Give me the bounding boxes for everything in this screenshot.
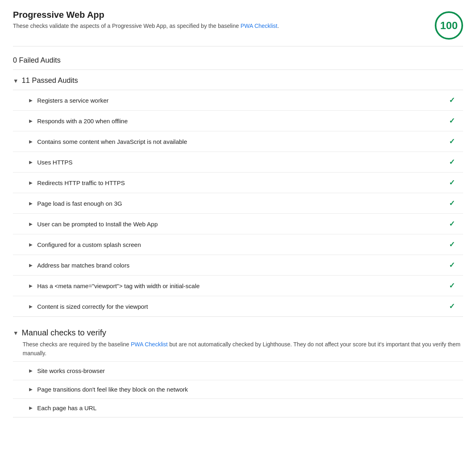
failed-audits-section: 0 Failed Audits — [13, 51, 463, 70]
passed-audits-section: ▼ 11 Passed Audits ▶ Registers a service… — [13, 72, 463, 317]
audit-arrow-icon: ▶ — [29, 98, 32, 103]
manual-item-each-page-url[interactable]: ▶ Each page has a URL — [13, 398, 463, 417]
manual-item-cross-browser[interactable]: ▶ Site works cross-browser — [13, 361, 463, 380]
audit-item-splash-screen[interactable]: ▶ Configured for a custom splash screen … — [13, 234, 463, 255]
manual-checks-toggle-icon: ▼ — [13, 330, 19, 336]
audit-item-fast-3g[interactable]: ▶ Page load is fast enough on 3G ✓ — [13, 193, 463, 214]
pwa-checklist-link-manual[interactable]: PWA Checklist — [131, 341, 168, 348]
audit-checkmark: ✓ — [449, 219, 455, 228]
audit-item-label: Responds with a 200 when offline — [37, 118, 128, 124]
audit-item-label: Configured for a custom splash screen — [37, 241, 141, 248]
audit-checkmark: ✓ — [449, 137, 455, 146]
score-value: 100 — [440, 19, 457, 32]
audit-item-label: Redirects HTTP traffic to HTTPS — [37, 179, 125, 186]
audit-checkmark: ✓ — [449, 96, 455, 105]
audit-arrow-icon: ▶ — [29, 283, 32, 289]
audit-arrow-icon: ▶ — [29, 201, 32, 206]
audit-item-address-bar[interactable]: ▶ Address bar matches brand colors ✓ — [13, 255, 463, 276]
audit-item-no-js[interactable]: ▶ Contains some content when JavaScript … — [13, 131, 463, 152]
header-description: These checks validate the aspects of a P… — [13, 22, 279, 30]
audit-item-200-offline[interactable]: ▶ Responds with a 200 when offline ✓ — [13, 111, 463, 131]
audit-item-label: Registers a service worker — [37, 97, 109, 104]
page-title: Progressive Web App — [13, 10, 279, 20]
manual-checks-section: ▼ Manual checks to verify These checks a… — [13, 323, 463, 417]
passed-audits-label: 11 Passed Audits — [22, 76, 78, 85]
header-content: Progressive Web App These checks validat… — [13, 10, 279, 30]
audit-item-service-worker[interactable]: ▶ Registers a service worker ✓ — [13, 90, 463, 111]
pwa-checklist-link-header[interactable]: PWA Checklist — [240, 23, 277, 29]
audit-arrow-icon: ▶ — [29, 242, 32, 247]
audit-arrow-icon: ▶ — [29, 180, 32, 185]
audit-arrow-icon: ▶ — [29, 118, 32, 124]
passed-audits-list: ▶ Registers a service worker ✓ ▶ Respond… — [13, 90, 463, 317]
audit-arrow-icon: ▶ — [29, 221, 32, 227]
manual-checks-list: ▶ Site works cross-browser ▶ Page transi… — [13, 361, 463, 417]
score-circle: 100 — [435, 11, 463, 40]
audit-item-label: Page transitions don't feel like they bl… — [37, 386, 188, 393]
audit-arrow-icon: ▶ — [29, 304, 32, 309]
audit-item-label: Contains some content when JavaScript is… — [37, 138, 187, 145]
audit-arrow-icon: ▶ — [29, 405, 32, 411]
audit-arrow-icon: ▶ — [29, 368, 32, 373]
audit-item-label: Content is sized correctly for the viewp… — [37, 303, 148, 310]
audit-checkmark: ✓ — [449, 199, 455, 208]
audit-item-label: Page load is fast enough on 3G — [37, 200, 122, 207]
audit-arrow-icon: ▶ — [29, 139, 32, 144]
audit-item-https[interactable]: ▶ Uses HTTPS ✓ — [13, 152, 463, 173]
audit-item-label: Address bar matches brand colors — [37, 262, 129, 269]
audit-arrow-icon: ▶ — [29, 387, 32, 392]
audit-item-label: Uses HTTPS — [37, 159, 73, 166]
audit-checkmark: ✓ — [449, 261, 455, 270]
audit-checkmark: ✓ — [449, 178, 455, 187]
audit-checkmark: ✓ — [449, 240, 455, 249]
audit-checkmark: ✓ — [449, 302, 455, 311]
manual-checks-label: Manual checks to verify — [22, 328, 106, 337]
manual-checks-header[interactable]: ▼ Manual checks to verify — [13, 323, 463, 340]
passed-audits-header[interactable]: ▼ 11 Passed Audits — [13, 72, 463, 90]
manual-item-page-transitions[interactable]: ▶ Page transitions don't feel like they … — [13, 380, 463, 398]
audit-item-viewport-size[interactable]: ▶ Content is sized correctly for the vie… — [13, 296, 463, 316]
audit-arrow-icon: ▶ — [29, 263, 32, 268]
failed-audits-header: 0 Failed Audits — [13, 51, 463, 70]
failed-audits-label: 0 Failed Audits — [13, 56, 61, 64]
audit-checkmark: ✓ — [449, 116, 455, 125]
audit-item-label: Site works cross-browser — [37, 367, 105, 374]
audit-checkmark: ✓ — [449, 281, 455, 290]
audit-item-label: Has a <meta name="viewport"> tag with wi… — [37, 282, 200, 289]
passed-audits-toggle-icon: ▼ — [13, 78, 19, 84]
page-header: Progressive Web App These checks validat… — [13, 10, 463, 46]
audit-item-label: Each page has a URL — [37, 405, 97, 411]
audit-item-label: User can be prompted to Install the Web … — [37, 221, 158, 228]
audit-item-viewport[interactable]: ▶ Has a <meta name="viewport"> tag with … — [13, 276, 463, 296]
audit-item-redirect-https[interactable]: ▶ Redirects HTTP traffic to HTTPS ✓ — [13, 173, 463, 193]
audit-checkmark: ✓ — [449, 158, 455, 166]
manual-checks-description: These checks are required by the baselin… — [13, 340, 463, 358]
audit-arrow-icon: ▶ — [29, 160, 32, 165]
audit-item-install-prompt[interactable]: ▶ User can be prompted to Install the We… — [13, 214, 463, 234]
